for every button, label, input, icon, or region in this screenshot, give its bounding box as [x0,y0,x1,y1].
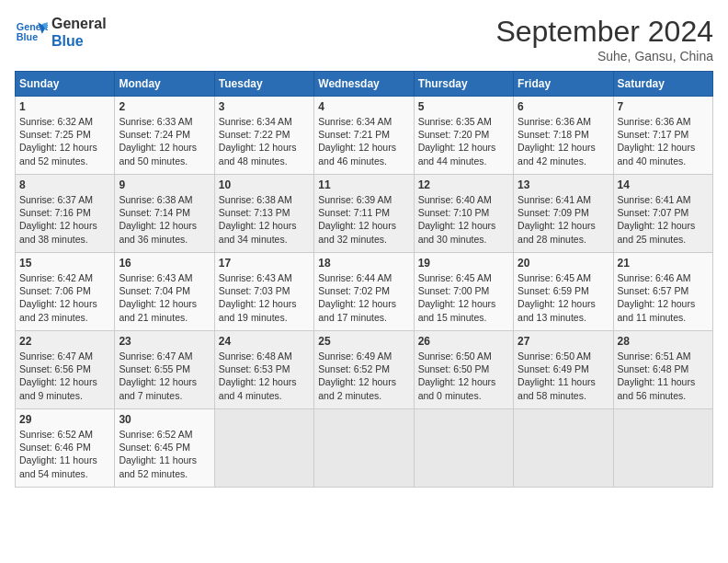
logo-icon: General Blue [15,16,48,49]
calendar-cell: 17Sunrise: 6:43 AMSunset: 7:03 PMDayligh… [214,253,313,331]
day-number: 3 [219,100,310,113]
day-number: 6 [518,100,609,113]
day-number: 10 [219,178,310,191]
day-number: 29 [19,413,110,426]
day-info: Sunrise: 6:36 AMSunset: 7:18 PMDaylight:… [518,115,609,167]
day-info: Sunrise: 6:36 AMSunset: 7:17 PMDaylight:… [618,115,709,167]
calendar-cell: 4Sunrise: 6:34 AMSunset: 7:21 PMDaylight… [314,97,414,175]
day-number: 7 [618,100,709,113]
calendar-cell: 2Sunrise: 6:33 AMSunset: 7:24 PMDaylight… [115,97,214,175]
day-number: 15 [19,257,110,270]
day-info: Sunrise: 6:35 AMSunset: 7:20 PMDaylight:… [418,115,509,167]
day-info: Sunrise: 6:43 AMSunset: 7:04 PMDaylight:… [119,271,210,324]
calendar-cell: 20Sunrise: 6:45 AMSunset: 6:59 PMDayligh… [514,253,613,331]
day-info: Sunrise: 6:50 AMSunset: 6:50 PMDaylight:… [418,350,509,402]
day-info: Sunrise: 6:33 AMSunset: 7:24 PMDaylight:… [119,115,210,167]
calendar-cell: 12Sunrise: 6:40 AMSunset: 7:10 PMDayligh… [414,175,513,253]
logo-line2: Blue [51,32,107,50]
day-info: Sunrise: 6:34 AMSunset: 7:22 PMDaylight:… [219,115,310,167]
day-info: Sunrise: 6:46 AMSunset: 6:57 PMDaylight:… [618,271,709,324]
day-number: 9 [119,178,210,191]
day-info: Sunrise: 6:43 AMSunset: 7:03 PMDaylight:… [219,271,310,324]
day-info: Sunrise: 6:32 AMSunset: 7:25 PMDaylight:… [19,115,110,167]
calendar-cell: 29Sunrise: 6:52 AMSunset: 6:46 PMDayligh… [16,409,115,488]
day-number: 20 [518,257,609,270]
calendar-week-4: 22Sunrise: 6:47 AMSunset: 6:56 PMDayligh… [16,331,713,409]
day-info: Sunrise: 6:40 AMSunset: 7:10 PMDaylight:… [418,193,509,246]
calendar-cell: 1Sunrise: 6:32 AMSunset: 7:25 PMDaylight… [16,97,115,175]
page-header: General Blue General Blue September 2024… [15,15,713,63]
day-info: Sunrise: 6:39 AMSunset: 7:11 PMDaylight:… [318,193,409,246]
calendar-cell: 15Sunrise: 6:42 AMSunset: 7:06 PMDayligh… [16,253,115,331]
calendar-cell: 6Sunrise: 6:36 AMSunset: 7:18 PMDaylight… [514,97,613,175]
day-header-tuesday: Tuesday [214,72,313,97]
calendar-cell: 30Sunrise: 6:52 AMSunset: 6:45 PMDayligh… [115,409,214,488]
day-info: Sunrise: 6:47 AMSunset: 6:56 PMDaylight:… [19,350,110,402]
day-number: 8 [19,178,110,191]
day-info: Sunrise: 6:48 AMSunset: 6:53 PMDaylight:… [219,350,310,402]
day-number: 23 [119,335,210,348]
calendar-cell: 26Sunrise: 6:50 AMSunset: 6:50 PMDayligh… [414,331,513,409]
day-info: Sunrise: 6:49 AMSunset: 6:52 PMDaylight:… [318,350,409,402]
day-info: Sunrise: 6:37 AMSunset: 7:16 PMDaylight:… [19,193,110,246]
day-number: 17 [219,257,310,270]
calendar-cell: 18Sunrise: 6:44 AMSunset: 7:02 PMDayligh… [314,253,414,331]
day-number: 25 [318,335,409,348]
day-info: Sunrise: 6:42 AMSunset: 7:06 PMDaylight:… [19,271,110,324]
day-number: 24 [219,335,310,348]
calendar-cell [514,409,613,488]
calendar-cell: 24Sunrise: 6:48 AMSunset: 6:53 PMDayligh… [214,331,313,409]
calendar-cell: 25Sunrise: 6:49 AMSunset: 6:52 PMDayligh… [314,331,414,409]
calendar-cell: 7Sunrise: 6:36 AMSunset: 7:17 PMDaylight… [613,97,712,175]
day-info: Sunrise: 6:44 AMSunset: 7:02 PMDaylight:… [318,271,409,324]
calendar-cell: 3Sunrise: 6:34 AMSunset: 7:22 PMDaylight… [214,97,313,175]
day-info: Sunrise: 6:52 AMSunset: 6:46 PMDaylight:… [19,428,110,480]
day-number: 2 [119,100,210,113]
day-number: 13 [518,178,609,191]
day-number: 4 [318,100,409,113]
day-number: 26 [418,335,509,348]
location: Suhe, Gansu, China [495,49,713,63]
day-number: 30 [119,413,210,426]
logo-line1: General [51,15,107,32]
calendar-cell: 16Sunrise: 6:43 AMSunset: 7:04 PMDayligh… [115,253,214,331]
calendar-cell: 9Sunrise: 6:38 AMSunset: 7:14 PMDaylight… [115,175,214,253]
calendar-table: SundayMondayTuesdayWednesdayThursdayFrid… [15,71,713,488]
calendar-cell: 14Sunrise: 6:41 AMSunset: 7:07 PMDayligh… [613,175,712,253]
calendar-header-row: SundayMondayTuesdayWednesdayThursdayFrid… [16,72,713,97]
day-info: Sunrise: 6:38 AMSunset: 7:14 PMDaylight:… [119,193,210,246]
calendar-cell: 23Sunrise: 6:47 AMSunset: 6:55 PMDayligh… [115,331,214,409]
calendar-week-3: 15Sunrise: 6:42 AMSunset: 7:06 PMDayligh… [16,253,713,331]
calendar-cell: 21Sunrise: 6:46 AMSunset: 6:57 PMDayligh… [613,253,712,331]
day-number: 18 [318,257,409,270]
day-info: Sunrise: 6:52 AMSunset: 6:45 PMDaylight:… [119,428,210,480]
day-number: 14 [618,178,709,191]
day-header-saturday: Saturday [613,72,712,97]
calendar-week-5: 29Sunrise: 6:52 AMSunset: 6:46 PMDayligh… [16,409,713,488]
day-number: 5 [418,100,509,113]
day-info: Sunrise: 6:41 AMSunset: 7:07 PMDaylight:… [618,193,709,246]
day-header-wednesday: Wednesday [314,72,414,97]
day-header-friday: Friday [514,72,613,97]
day-info: Sunrise: 6:45 AMSunset: 6:59 PMDaylight:… [518,271,609,324]
day-info: Sunrise: 6:50 AMSunset: 6:49 PMDaylight:… [518,350,609,402]
day-number: 21 [618,257,709,270]
day-info: Sunrise: 6:34 AMSunset: 7:21 PMDaylight:… [318,115,409,167]
calendar-cell [414,409,513,488]
calendar-cell: 19Sunrise: 6:45 AMSunset: 7:00 PMDayligh… [414,253,513,331]
day-header-monday: Monday [115,72,214,97]
day-number: 22 [19,335,110,348]
day-info: Sunrise: 6:47 AMSunset: 6:55 PMDaylight:… [119,350,210,402]
calendar-week-1: 1Sunrise: 6:32 AMSunset: 7:25 PMDaylight… [16,97,713,175]
day-info: Sunrise: 6:41 AMSunset: 7:09 PMDaylight:… [518,193,609,246]
calendar-cell: 8Sunrise: 6:37 AMSunset: 7:16 PMDaylight… [16,175,115,253]
month-title: September 2024 [495,15,713,49]
day-number: 27 [518,335,609,348]
day-number: 28 [618,335,709,348]
calendar-cell: 5Sunrise: 6:35 AMSunset: 7:20 PMDaylight… [414,97,513,175]
calendar-cell: 13Sunrise: 6:41 AMSunset: 7:09 PMDayligh… [514,175,613,253]
calendar-cell [613,409,712,488]
day-number: 12 [418,178,509,191]
day-info: Sunrise: 6:38 AMSunset: 7:13 PMDaylight:… [219,193,310,246]
day-number: 1 [19,100,110,113]
